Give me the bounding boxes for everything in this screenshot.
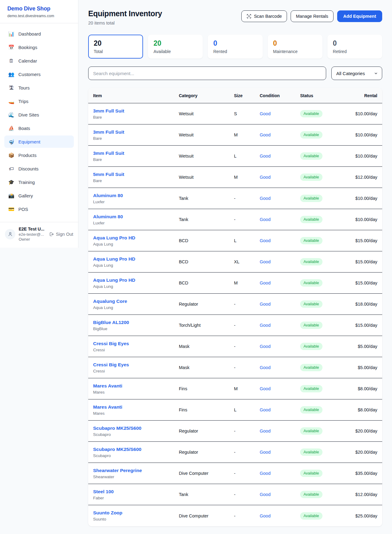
sidebar-item-equipment[interactable]: 🤿 Equipment xyxy=(4,135,74,148)
sidebar-nav: 📊 Dashboard 📅 Bookings 🗓 Calendar 👥 Cust… xyxy=(0,23,78,219)
item-name-link[interactable]: Steel 100 xyxy=(93,489,179,494)
cell-category: Wetsuit xyxy=(179,111,234,116)
table-row: Scubapro MK25/S600 Scubapro Regulator - … xyxy=(88,421,382,442)
cell-rental: $15.00/day xyxy=(353,280,377,285)
condition-link[interactable]: Good xyxy=(260,302,300,307)
condition-link[interactable]: Good xyxy=(260,259,300,264)
condition-link[interactable]: Good xyxy=(260,111,300,116)
scan-barcode-button[interactable]: Scan Barcode xyxy=(241,10,287,22)
condition-link[interactable]: Good xyxy=(260,175,300,180)
stat-card-rented[interactable]: 0 Rented xyxy=(208,35,262,59)
condition-link[interactable]: Good xyxy=(260,386,300,391)
item-brand: Shearwater xyxy=(93,475,179,479)
item-name-link[interactable]: Scubapro MK25/S600 xyxy=(93,447,179,452)
condition-link[interactable]: Good xyxy=(260,238,300,243)
manage-rentals-button[interactable]: Manage Rentals xyxy=(291,10,334,22)
cell-category: Wetsuit xyxy=(179,154,234,158)
cell-category: Tank xyxy=(179,492,234,497)
credit-card-icon: 💳 xyxy=(8,206,15,212)
item-name-link[interactable]: Cressi Big Eyes xyxy=(93,341,179,346)
sidebar-item-dashboard[interactable]: 📊 Dashboard xyxy=(4,28,74,40)
table-row: Mares Avanti Mares Fins M Good Available… xyxy=(88,378,382,399)
stat-card-total[interactable]: 20 Total xyxy=(88,35,143,59)
user-box: E2E Test U... e2e-tester@... Owner Sign … xyxy=(0,222,78,246)
sidebar-item-boats[interactable]: ⛵ Boats xyxy=(4,122,74,134)
condition-link[interactable]: Good xyxy=(260,323,300,328)
sidebar-item-calendar[interactable]: 🗓 Calendar xyxy=(4,55,74,67)
cell-size: - xyxy=(234,450,260,455)
condition-link[interactable]: Good xyxy=(260,513,300,518)
tag-icon: 🏷 xyxy=(8,166,15,172)
sidebar-item-products[interactable]: 📦 Products xyxy=(4,149,74,161)
item-name-link[interactable]: 5mm Full Suit xyxy=(93,172,179,177)
add-equipment-button[interactable]: Add Equipment xyxy=(337,10,382,22)
item-name-link[interactable]: 3mm Full Suit xyxy=(93,108,179,114)
cell-category: Fins xyxy=(179,386,234,391)
cell-size: - xyxy=(234,429,260,433)
cell-rental: $20.00/day xyxy=(353,450,377,455)
cell-rental: $8.00/day xyxy=(353,407,377,412)
status-badge: Available xyxy=(300,512,322,520)
stat-card-retired[interactable]: 0 Retired xyxy=(327,35,382,59)
cell-category: Mask xyxy=(179,344,234,349)
table-row: Mares Avanti Mares Fins L Good Available… xyxy=(88,399,382,421)
condition-link[interactable]: Good xyxy=(260,407,300,412)
sidebar-item-gallery[interactable]: 📸 Gallery xyxy=(4,189,74,202)
item-name-link[interactable]: Aqualung Core xyxy=(93,299,179,304)
item-name-link[interactable]: Aqua Lung Pro HD xyxy=(93,256,179,262)
cell-size: L xyxy=(234,154,260,158)
item-brand: Bare xyxy=(93,136,179,141)
item-name-link[interactable]: Mares Avanti xyxy=(93,383,179,389)
status-badge: Available xyxy=(300,237,322,244)
table-header-row: Item Category Size Condition Status Rent… xyxy=(88,88,382,103)
condition-link[interactable]: Good xyxy=(260,196,300,201)
stat-card-maintenance[interactable]: 0 Maintenance xyxy=(268,35,322,59)
condition-link[interactable]: Good xyxy=(260,450,300,455)
item-name-link[interactable]: Mares Avanti xyxy=(93,404,179,410)
sidebar-item-trips[interactable]: 🚤 Trips xyxy=(4,95,74,107)
condition-link[interactable]: Good xyxy=(260,344,300,349)
item-name-link[interactable]: Cressi Big Eyes xyxy=(93,362,179,368)
sidebar-item-dive-sites[interactable]: 🌊 Dive Sites xyxy=(4,109,74,121)
item-name-link[interactable]: Scubapro MK25/S600 xyxy=(93,425,179,431)
cell-size: XL xyxy=(234,259,260,264)
sidebar-item-pos[interactable]: 💳 POS xyxy=(4,203,74,215)
condition-link[interactable]: Good xyxy=(260,471,300,476)
cell-category: Mask xyxy=(179,365,234,370)
sidebar-item-bookings[interactable]: 📅 Bookings xyxy=(4,41,74,53)
item-brand: Faber xyxy=(93,496,179,500)
cell-rental: $10.00/day xyxy=(353,154,377,158)
condition-link[interactable]: Good xyxy=(260,492,300,497)
item-name-link[interactable]: BigBlue AL1200 xyxy=(93,320,179,325)
item-name-link[interactable]: 3mm Full Suit xyxy=(93,151,179,156)
sign-out-button[interactable]: Sign Out xyxy=(49,232,73,237)
bar-chart-icon: 📊 xyxy=(8,31,15,37)
stat-value: 0 xyxy=(333,39,377,48)
sidebar-item-tours[interactable]: 🏝 Tours xyxy=(4,82,74,94)
condition-link[interactable]: Good xyxy=(260,280,300,285)
item-name-link[interactable]: 3mm Full Suit xyxy=(93,129,179,135)
sidebar-item-discounts[interactable]: 🏷 Discounts xyxy=(4,162,74,175)
item-brand: Cressi xyxy=(93,348,179,352)
condition-link[interactable]: Good xyxy=(260,429,300,433)
condition-link[interactable]: Good xyxy=(260,132,300,137)
item-name-link[interactable]: Aluminum 80 xyxy=(93,214,179,219)
island-icon: 🏝 xyxy=(8,85,15,91)
item-name-link[interactable]: Suunto Zoop xyxy=(93,510,179,516)
item-name-link[interactable]: Aluminum 80 xyxy=(93,193,179,198)
status-badge: Available xyxy=(300,300,322,308)
table-row: 3mm Full Suit Bare Wetsuit S Good Availa… xyxy=(88,103,382,124)
item-name-link[interactable]: Shearwater Peregrine xyxy=(93,468,179,473)
sidebar-item-customers[interactable]: 👥 Customers xyxy=(4,68,74,80)
search-input[interactable] xyxy=(88,67,326,80)
stat-card-available[interactable]: 20 Available xyxy=(148,35,203,59)
category-select[interactable]: All Categories xyxy=(331,67,382,80)
item-name-link[interactable]: Aqua Lung Pro HD xyxy=(93,235,179,241)
table-row: Aqua Lung Pro HD Aqua Lung BCD L Good Av… xyxy=(88,230,382,251)
cell-size: - xyxy=(234,492,260,497)
condition-link[interactable]: Good xyxy=(260,154,300,158)
sidebar-item-training[interactable]: 🎓 Training xyxy=(4,176,74,188)
item-name-link[interactable]: Aqua Lung Pro HD xyxy=(93,277,179,283)
condition-link[interactable]: Good xyxy=(260,217,300,222)
condition-link[interactable]: Good xyxy=(260,365,300,370)
